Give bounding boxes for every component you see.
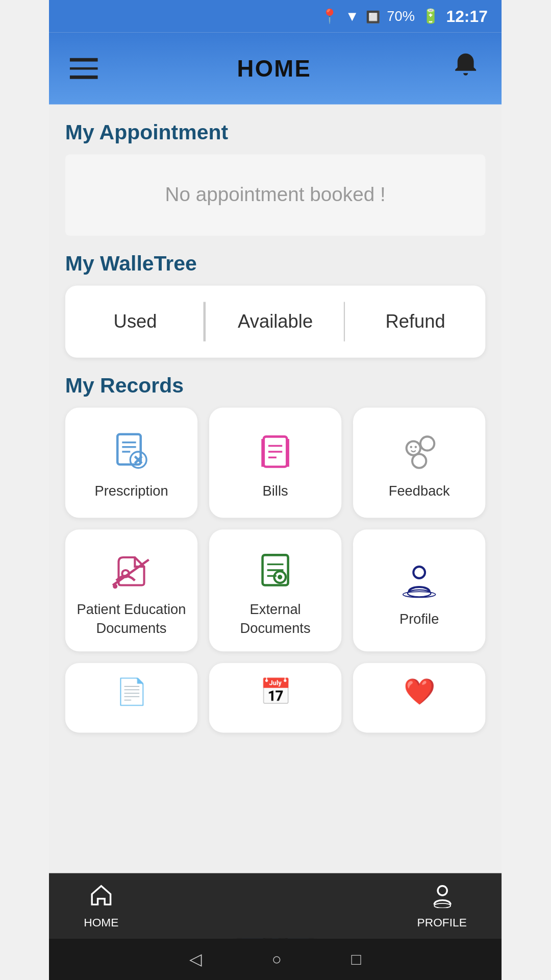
wallet-refund[interactable]: Refund	[345, 286, 485, 358]
records-grid: Prescription Bills	[65, 407, 486, 651]
recent-button[interactable]: □	[352, 950, 361, 968]
feedback-label: Feedback	[389, 483, 450, 501]
appointment-box: No appointment booked !	[65, 155, 486, 236]
battery-percent: 70%	[387, 8, 415, 24]
documents-icon: 📄	[116, 677, 147, 707]
bills-card[interactable]: Bills	[209, 407, 341, 518]
prescription-card[interactable]: Prescription	[65, 407, 197, 518]
vitals-icon: ❤️	[404, 677, 435, 707]
external-docs-label: External Documents	[219, 601, 333, 638]
feedback-icon	[397, 429, 441, 473]
svg-point-14	[420, 436, 434, 450]
wifi-icon: ▼	[345, 8, 359, 24]
appointments-card[interactable]: 📅	[209, 663, 341, 732]
external-docs-icon	[254, 548, 297, 592]
bottom-navigation: HOME PROFILE	[49, 873, 502, 938]
feedback-card[interactable]: Feedback	[353, 407, 485, 518]
prescription-icon	[110, 429, 154, 473]
app-header: HOME	[49, 33, 502, 105]
nav-home[interactable]: HOME	[84, 883, 119, 929]
svg-point-15	[412, 454, 426, 468]
nav-profile[interactable]: PROFILE	[417, 883, 467, 929]
svg-point-26	[414, 567, 425, 578]
records-partial-row: 📄 📅 ❤️	[65, 663, 486, 732]
battery-icon: 🔋	[422, 8, 439, 24]
wallet-box: Used Available Refund	[65, 286, 486, 358]
clock: 12:17	[446, 7, 488, 26]
main-content: My Appointment No appointment booked ! M…	[49, 105, 502, 873]
svg-point-16	[410, 446, 413, 448]
wallet-section-title: My WalleTree	[65, 252, 486, 277]
profile-label: Profile	[399, 610, 439, 628]
profile-card[interactable]: Profile	[353, 529, 485, 651]
documents-card[interactable]: 📄	[65, 663, 197, 732]
records-section-title: My Records	[65, 374, 486, 399]
wallet-available[interactable]: Available	[206, 286, 346, 358]
svg-point-30	[434, 903, 450, 908]
page-title: HOME	[237, 55, 312, 82]
signal-icon: 🔲	[366, 10, 380, 22]
appointments-icon: 📅	[260, 677, 291, 707]
svg-point-25	[278, 575, 283, 579]
profile-icon	[397, 557, 441, 601]
svg-point-27	[408, 590, 431, 597]
vitals-card[interactable]: ❤️	[353, 663, 485, 732]
notification-bell-button[interactable]	[450, 50, 481, 87]
education-icon	[110, 548, 154, 592]
status-bar: 📍 ▼ 🔲 70% 🔋 12:17	[49, 0, 502, 33]
wallet-used[interactable]: Used	[65, 286, 206, 358]
home-button[interactable]: ○	[272, 950, 282, 968]
appointment-section-title: My Appointment	[65, 121, 486, 145]
bills-label: Bills	[263, 483, 288, 501]
education-label: Patient Education Documents	[74, 601, 188, 638]
home-icon	[89, 883, 114, 914]
no-appointment-message: No appointment booked !	[165, 183, 386, 206]
android-navigation: ◁ ○ □	[49, 938, 502, 980]
svg-point-29	[438, 886, 447, 895]
location-icon: 📍	[321, 8, 338, 24]
prescription-label: Prescription	[95, 483, 168, 501]
home-label: HOME	[84, 916, 119, 929]
bills-icon	[254, 429, 297, 473]
patient-education-card[interactable]: Patient Education Documents	[65, 529, 197, 651]
svg-point-17	[415, 446, 417, 448]
back-button[interactable]: ◁	[190, 950, 203, 968]
svg-point-19	[113, 584, 118, 589]
external-docs-card[interactable]: External Documents	[209, 529, 341, 651]
profile-nav-icon	[430, 883, 455, 914]
menu-button[interactable]	[70, 58, 98, 79]
profile-nav-label: PROFILE	[417, 916, 467, 929]
